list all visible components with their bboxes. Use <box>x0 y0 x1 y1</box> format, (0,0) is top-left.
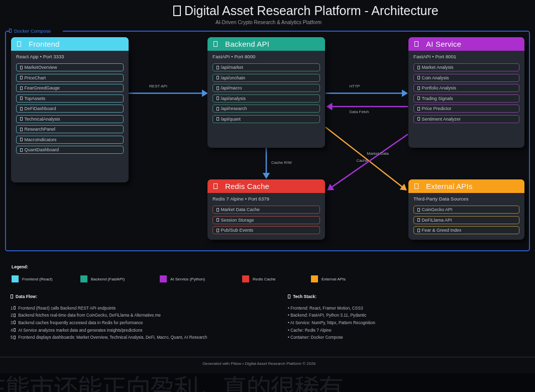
data-flow-step-2: 2 Backend fetches real-time data from Co… <box>11 313 161 318</box>
data-flow-heading: Data Flow: <box>11 294 37 299</box>
legend-item-1: Backend (FastAPI) <box>80 275 125 282</box>
data-flow-step-3: 3 Backend caches frequently accessed dat… <box>11 320 143 325</box>
node-frontend-title: Frontend <box>29 40 60 48</box>
missing-glyph-icon <box>417 117 420 121</box>
node-backend-header: Backend API <box>207 37 325 51</box>
chip-label: Fear & Greed Index <box>422 228 462 233</box>
legend-item-2: AI Service (Python) <box>160 275 205 282</box>
missing-glyph-icon <box>20 117 23 121</box>
node-frontend-subtitle: React App • Port 3333 <box>16 54 64 59</box>
node-redis-header: Redis Cache <box>207 179 325 193</box>
node-redis-title: Redis Cache <box>225 182 269 190</box>
chip-label: DeFiLlama API <box>422 218 452 223</box>
tech-stack-heading: Tech Stack: <box>288 294 316 299</box>
docker-compose-label-text: Docker Compose <box>14 28 51 34</box>
chip-ai-2: Portfolio Analysis <box>413 84 519 92</box>
missing-glyph-icon <box>20 138 23 141</box>
step-number: 4 <box>11 328 13 333</box>
step-text: Backend caches frequently accessed data … <box>18 320 143 325</box>
missing-glyph-icon <box>217 208 219 212</box>
node-frontend: Frontend React App • Port 3333 MarketOve… <box>11 37 129 182</box>
edge-label-data-fetch: Data Fetch <box>349 110 369 114</box>
edge-label-cache-rw: Cache R/W <box>271 160 292 165</box>
chip-ai-0: Market Analysis <box>413 63 519 71</box>
chip-ai-1: Coin Analysis <box>413 74 519 82</box>
node-redis-subtitle: Redis 7 Alpine • Port 6379 <box>212 196 269 202</box>
chip-ai-5: Sentiment Analyzer <box>413 115 519 123</box>
chip-external-2: Fear & Greed Index <box>413 226 519 234</box>
docker-compose-label: Docker Compose <box>9 28 63 34</box>
missing-glyph-icon <box>217 117 219 121</box>
node-ai-items: Market Analysis Coin Analysis Portfolio … <box>413 63 519 125</box>
chip-redis-0: Market Data Cache <box>212 206 320 214</box>
chip-frontend-5: TechnicalAnalysis <box>16 115 124 123</box>
tech-stack-item-3: • AI Service: NumPy, httpx, Pattern Reco… <box>288 320 375 325</box>
chip-label: FearGreedGauge <box>25 85 60 90</box>
missing-glyph-icon <box>417 229 420 232</box>
page-title: Digital Asset Research Platform - Archit… <box>173 3 439 18</box>
chip-label: /api/macro <box>221 85 242 90</box>
chip-frontend-2: FearGreedGauge <box>16 84 124 92</box>
chip-frontend-6: ResearchPanel <box>16 125 124 133</box>
node-frontend-items: MarketOverview PriceChart FearGreedGauge… <box>16 63 124 156</box>
chip-frontend-1: PriceChart <box>16 74 124 82</box>
legend-label: External APIs <box>322 277 346 281</box>
missing-glyph-icon <box>217 76 219 79</box>
missing-glyph-icon <box>14 328 16 332</box>
tech-stack-item-5: • Container: Docker Compose <box>288 335 343 340</box>
missing-glyph-icon <box>20 148 23 152</box>
missing-glyph-icon <box>417 218 420 222</box>
chip-label: /api/quant <box>221 117 241 122</box>
chip-redis-2: Pub/Sub Events <box>212 226 320 234</box>
missing-glyph-icon <box>11 295 13 299</box>
node-external-title: External APIs <box>426 182 473 190</box>
page-title-text: Digital Asset Research Platform - Archit… <box>184 4 439 18</box>
edge-label-market-data: Market Data <box>367 151 389 156</box>
chip-label: /api/market <box>221 65 244 70</box>
legend-label: Backend (FastAPI) <box>91 277 125 281</box>
step-number: 1 <box>11 306 13 311</box>
data-flow-step-5: 5 Frontend displays dashboards: Market O… <box>11 335 207 340</box>
missing-glyph-icon <box>217 107 219 111</box>
chip-backend-3: /api/analysis <box>212 94 320 103</box>
chip-label: DeFiDashboard <box>25 106 56 111</box>
chip-label: Price Predictor <box>422 106 452 111</box>
step-text: Frontend displays dashboards: Market Ove… <box>18 335 207 340</box>
missing-glyph-icon <box>213 183 218 189</box>
node-ai-subtitle: FastAPI • Port 8001 <box>413 54 457 59</box>
chip-backend-4: /api/research <box>212 105 320 113</box>
missing-glyph-icon <box>14 314 16 317</box>
node-backend-subtitle: FastAPI • Port 8000 <box>212 54 256 59</box>
chip-label: Portfolio Analysis <box>422 85 457 90</box>
node-redis-items: Market Data Cache Session Storage Pub/Su… <box>212 206 320 237</box>
missing-glyph-icon <box>417 66 420 69</box>
chip-label: Market Analysis <box>422 65 454 70</box>
chip-label: MarketOverview <box>25 65 57 70</box>
tech-stack-item-4: • Cache: Redis 7 Alpine <box>288 328 332 333</box>
missing-glyph-icon <box>20 96 23 100</box>
missing-glyph-icon <box>217 96 219 100</box>
missing-glyph-icon <box>417 208 420 212</box>
missing-glyph-icon <box>417 107 420 111</box>
node-external-items: CoinGecko API DeFiLlama API Fear & Greed… <box>413 206 519 237</box>
node-external-subtitle: Third-Party Data Sources <box>413 196 469 202</box>
tech-stack-item-1: • Frontend: React, Framer Motion, CSS3 <box>288 306 363 311</box>
chip-frontend-0: MarketOverview <box>16 63 124 71</box>
chip-label: Pub/Sub Events <box>221 228 254 233</box>
edge-label-cache: Cache <box>356 158 368 163</box>
footer-divider <box>0 357 535 357</box>
chip-ai-4: Price Predictor <box>413 105 519 113</box>
legend-label: Redis Cache <box>253 277 276 281</box>
chip-redis-1: Session Storage <box>212 216 320 224</box>
node-backend: Backend API FastAPI • Port 8000 /api/mar… <box>207 37 325 148</box>
chip-label: PriceChart <box>25 75 46 80</box>
node-backend-title: Backend API <box>225 40 269 48</box>
chip-frontend-3: TopAssets <box>16 94 124 103</box>
chip-label: /api/research <box>221 106 247 111</box>
missing-glyph-icon <box>14 336 16 339</box>
legend-swatch <box>80 275 87 282</box>
missing-glyph-icon <box>217 218 219 222</box>
legend-swatch <box>12 275 19 282</box>
legend-label: AI Service (Python) <box>170 277 205 281</box>
step-text: AI Service analyzes market data and gene… <box>18 328 142 333</box>
